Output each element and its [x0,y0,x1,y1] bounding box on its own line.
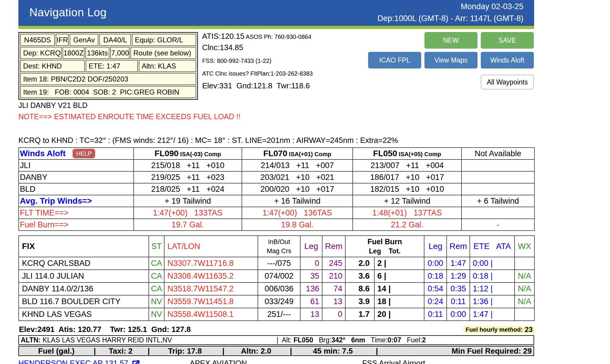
fix-row: DANBY 114.0/2/136 CA N3518.7W11547.2 006… [19,282,534,295]
fix-ete-ata: 1:36 | [470,295,515,308]
winds-row: DANBY 219/025 +11 +023 203/021 +10 +021 … [19,171,534,183]
fix-row: BLD 116.7 BOULDER CITY NV N3559.7W11451.… [19,295,534,308]
altn-brg-value: 342° [331,336,346,344]
winds-row: BLD 218/025 +11 +024 200/020 +10 +017 18… [19,183,534,195]
fix-state: CA [149,257,164,270]
tail-number-cell[interactable]: N465DS [20,34,55,46]
external-link-icon [131,360,140,364]
equipment-cell[interactable]: Equip: GLOR/L [132,34,196,46]
altitude-cell[interactable]: 7,000 [110,47,130,59]
winds-na-value: - [462,219,534,231]
fix-row: JLI 114.0 JULIAN CA N3308.4W11635.2 074/… [19,270,534,282]
fix-state: CA [149,282,164,295]
inb-out-label: InB/Out [258,237,300,246]
fix-magcrs: 074/002 [258,270,300,282]
winds-row-label: Fuel Burn==> [19,219,134,231]
fbo-name: APEX AVIATION [190,359,247,364]
winds-header-row: Winds AloftHELP FL090 ISA(-03) Comp FL07… [19,148,534,159]
item18-cell[interactable]: Item 18: PBN/C2D2 DOF/250203 [20,73,196,85]
fix-time-rem: 0:11 [447,295,470,308]
alternate-info-row: ALTN: KLAS LAS VEGAS HARRY REID INTL,NV … [18,335,534,345]
fuel-burn-col-header: Fuel BurnLeg Tot. [345,236,424,257]
fix-name: KHND LAS VEGAS [19,308,149,321]
item19-cell[interactable]: Item 19: FOB: 0004 SOB: 2 PIC:GREG ROBIN [20,86,196,98]
winds-fl070-value: 203/021 +10 +021 [242,171,353,183]
speed-cell[interactable]: 136kts [85,47,109,59]
winds-fl070-value: 19.8 Gal. [242,219,353,231]
flight-rules-cell[interactable]: IFR [56,34,69,46]
all-waypoints-button[interactable]: All Waypoints [481,75,534,90]
fix-wx[interactable]: N/A [515,270,534,282]
atis-value: ATIS:120.15 [202,32,245,41]
fix-row: KHND LAS VEGAS NV N3558.4W11508.1 251/--… [19,308,534,321]
fix-fuel-total: 18 | [374,295,424,308]
view-maps-button[interactable]: View Maps [424,52,478,68]
winds-aloft-label: Winds Aloft [20,149,66,158]
winds-row-label: DANBY [19,171,134,183]
fix-fuel-total: 6 | [374,270,424,282]
help-button[interactable]: HELP [73,149,95,158]
fix-rem-dist: 245 [322,257,345,270]
fuel-warning-note: NOTE==> ESTIMATED ENROUTE TIME EXCEEDS F… [18,112,240,121]
fix-wx[interactable]: N/A [515,295,534,308]
winds-fl050-value: 213/007 +11 +004 [353,159,462,171]
fix-wx[interactable]: N/A [515,282,534,295]
winds-aloft-button[interactable]: Winds Aloft [481,52,534,68]
category-cell[interactable]: GenAv [70,34,98,46]
rem-col-header: Rem [322,236,345,257]
winds-row-label: JLI [19,159,134,171]
winds-na-value [462,171,534,183]
departure-cell[interactable]: Dep: KCRQ [20,47,62,59]
icao-fpl-button[interactable]: ICAO FPL [368,52,421,68]
fix-fuel-leg: 2.0 [345,257,374,270]
fix-state: NV [149,308,164,321]
destination-cell[interactable]: Dest: KHND [20,60,85,72]
route-string: JLI DANBY V21 BLD [18,101,87,110]
dep-elev-freqs: Elev:331 Gnd:121.8 Twr:118.6 [202,81,368,90]
fix-fuel-total: 20 | [374,308,424,321]
atis-line: ATIS:120.15 ASOS Ph: 760-930-0864 [202,32,368,41]
fix-fuel-leg: 3.6 [345,270,374,282]
fix-latlon: N3518.7W11547.2 [164,282,258,295]
altn-dist-value: 6nm [346,336,365,344]
save-button[interactable]: SAVE [481,32,534,49]
flight-info-row-5: Item 19: FOB: 0004 SOB: 2 PIC:GREG ROBIN [20,86,196,98]
arrival-airport-link-text: HENDERSON EXEC AP 131.57 [18,359,128,364]
fix-wx[interactable] [515,257,534,270]
flight-info-row-4: Item 18: PBN/C2D2 DOF/250203 [20,73,196,85]
flight-info-box: N465DS IFR GenAv DA40/L Equip: GLOR/L De… [18,32,198,100]
winds-fl050-value: 21.2 Gal. [353,219,462,231]
fix-name: KCRQ CARLSBAD [19,257,149,270]
fix-latlon: N3308.4W11635.2 [164,270,258,282]
fix-leg-dist: 0 [300,257,322,270]
leg-col-header: Leg [300,236,322,257]
fix-leg-dist: 136 [300,282,322,295]
fix-col-header: FIX [19,236,149,257]
aircraft-type-cell[interactable]: DA40/L [99,34,131,46]
clearance-freq: Clnc:134.85 [202,43,368,52]
fix-rem-dist: 0 [322,308,345,321]
winds-row: Avg. Trip Winds=> + 19 Tailwind + 16 Tai… [19,195,534,207]
altn-alt-value: FL050 [293,336,313,344]
alternate-cell[interactable]: Altn: KLAS [139,60,196,72]
flight-info-row-3: Dest: KHND ETE: 1:47 Altn: KLAS [20,60,196,72]
fix-wx[interactable] [515,308,534,321]
new-button[interactable]: NEW [424,32,478,49]
winds-fl070-value: + 16 Tailwind [242,195,353,207]
winds-fl050-header: FL050 ISA(+05) Comp [353,148,462,159]
flight-info-row-2: Dep: KCRQ 1800Z 136kts 7,000 Route (see … [20,47,196,59]
fuel-method-label: Fuel hourly method: [466,326,523,333]
fix-time-rem: 0:00 [447,308,470,321]
fix-ete-ata: 1:47 | [470,308,515,321]
altn-airport: KLAS LAS VEGAS HARRY REID INTL,NV [41,336,172,344]
fuel-summary-row: Fuel (gal.) | Taxi: 2 | Trip: 17.8 | Alt… [18,346,534,356]
winds-fl070-value: 200/020 +10 +017 [242,183,353,195]
winds-row-label: BLD [19,183,134,195]
ete-cell[interactable]: ETE: 1:47 [86,60,138,72]
fix-latlon: N3559.7W11451.8 [164,295,258,308]
etd-cell[interactable]: 1800Z [63,47,84,59]
st-col-header: ST [149,236,164,257]
arrival-airport-link[interactable]: HENDERSON EXEC AP 131.57 [18,359,140,364]
route-label-cell[interactable]: Route (see below) [130,47,196,59]
route-summary: KCRQ to KHND : TC=32° : (FMS winds: 212°… [18,136,398,145]
